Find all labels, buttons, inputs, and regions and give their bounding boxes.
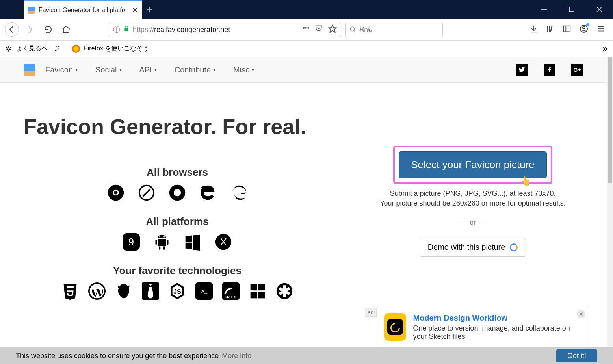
section-platforms-heading: All platforms <box>24 215 331 228</box>
ad-card[interactable]: Modern Design Workflow One place to vers… <box>377 306 589 348</box>
rails-icon: RAILS <box>222 282 240 300</box>
hint-text: Your picture should be 260x260 or more f… <box>362 199 583 208</box>
nav-api[interactable]: API▾ <box>139 65 157 74</box>
svg-line-6 <box>354 30 356 32</box>
svg-point-31 <box>159 236 160 238</box>
nav-favicon[interactable]: Favicon▾ <box>45 65 78 74</box>
new-tab-button[interactable]: ＋ <box>142 0 158 19</box>
html5-icon <box>61 282 79 300</box>
microsoft-icon <box>249 282 266 300</box>
account-icon[interactable] <box>579 24 589 35</box>
nav-social[interactable]: Social▾ <box>95 65 121 74</box>
svg-point-5 <box>350 27 355 31</box>
maximize-button[interactable] <box>558 0 585 19</box>
bookmark-item[interactable]: Firefox を使いこなそう <box>84 45 149 53</box>
svg-rect-8 <box>547 26 548 32</box>
library-icon[interactable] <box>546 24 555 35</box>
facebook-icon[interactable] <box>544 64 555 76</box>
svg-rect-27 <box>156 240 157 245</box>
pocket-icon[interactable] <box>315 24 323 35</box>
ad-body: One place to version, manage, and collab… <box>413 324 582 341</box>
chrome-icon <box>107 184 124 201</box>
close-tab-icon[interactable]: ✕ <box>132 6 138 15</box>
svg-point-14 <box>583 26 585 29</box>
minimize-button[interactable] <box>530 0 558 19</box>
select-favicon-button[interactable]: Select your Favicon picture <box>399 151 547 178</box>
svg-marker-4 <box>329 25 336 32</box>
svg-point-20 <box>114 191 117 194</box>
browser-toolbar: ⓘ https://realfavicongenerator.net ••• <box>0 19 613 41</box>
firefox-icon <box>169 184 186 201</box>
bookmark-star-icon[interactable] <box>328 24 337 35</box>
svg-text:9: 9 <box>128 236 134 247</box>
search-input[interactable] <box>360 26 438 33</box>
scrollbar[interactable]: ▾ <box>607 57 613 364</box>
svg-text:RAILS: RAILS <box>225 295 236 299</box>
gulp-icon <box>142 282 159 300</box>
svg-rect-11 <box>564 26 570 32</box>
chevron-down-icon: ▾ <box>154 67 157 72</box>
ad-close-icon[interactable]: ✕ <box>577 310 585 318</box>
menu-icon[interactable] <box>596 24 605 35</box>
address-bar[interactable]: ⓘ https://realfavicongenerator.net ••• <box>109 22 341 37</box>
forward-button[interactable] <box>23 22 37 37</box>
svg-rect-29 <box>159 246 161 250</box>
android-icon <box>153 233 171 251</box>
grunt-icon <box>115 282 132 300</box>
url-text: https://realfavicongenerator.net <box>133 26 230 34</box>
edge-icon <box>230 184 247 201</box>
favicon-icon <box>28 7 35 14</box>
reload-button[interactable] <box>41 22 55 37</box>
scrollbar-thumb[interactable] <box>608 57 612 183</box>
nav-misc[interactable]: Misc▾ <box>233 65 254 74</box>
home-button[interactable] <box>59 22 73 37</box>
windows-icon <box>184 233 201 251</box>
gear-icon[interactable]: ✲ <box>6 44 12 54</box>
site-info-icon[interactable]: ⓘ <box>113 25 120 34</box>
demo-button[interactable]: Demo with this picture <box>420 238 526 257</box>
hint-text: Submit a picture (PNG, JPG, SVG...), at … <box>362 189 583 198</box>
refresh-icon <box>510 243 518 251</box>
lock-icon <box>123 26 130 33</box>
nav-contribute[interactable]: Contribute▾ <box>175 65 215 74</box>
svg-text:JS: JS <box>173 288 181 295</box>
cursor-icon: 👆 <box>520 176 531 186</box>
cookie-accept-button[interactable]: Got it! <box>556 349 597 362</box>
site-logo-icon[interactable] <box>24 64 35 76</box>
bookmark-item[interactable]: よく見るページ <box>16 45 60 53</box>
page-actions-icon[interactable]: ••• <box>303 24 309 35</box>
wordpress-icon <box>88 282 106 300</box>
googleplus-icon[interactable]: G+ <box>571 64 583 76</box>
ios-icon: 9 <box>123 233 140 251</box>
svg-rect-9 <box>549 26 550 32</box>
nodejs-icon: JS <box>169 282 186 300</box>
overflow-icon[interactable]: » <box>603 44 607 54</box>
back-button[interactable] <box>5 22 19 37</box>
cookie-message: This website uses cookies to ensure you … <box>16 352 219 360</box>
svg-rect-40 <box>258 284 265 291</box>
chevron-down-icon: ▾ <box>252 67 254 72</box>
downloads-icon[interactable] <box>529 24 538 35</box>
cookie-banner: This website uses cookies to ensure you … <box>0 347 613 364</box>
cookie-more-link[interactable]: More info <box>222 352 251 360</box>
svg-point-32 <box>163 236 165 238</box>
separator-or: or <box>422 219 524 227</box>
sidebar-icon[interactable] <box>563 24 571 35</box>
bookmark-toolbar: ✲ よく見るページ Firefox を使いこなそう » <box>0 41 613 57</box>
search-bar[interactable] <box>345 22 443 37</box>
safari-icon <box>138 184 155 201</box>
svg-rect-26 <box>158 239 166 246</box>
highlighted-region: Select your Favicon picture 👆 <box>393 146 552 184</box>
macos-icon: X <box>215 233 232 251</box>
page-title: Favicon Generator. For real. <box>24 114 331 139</box>
svg-rect-30 <box>163 246 165 250</box>
cli-icon: >_ <box>195 282 213 300</box>
svg-rect-10 <box>550 26 552 32</box>
ad-label: ad <box>365 308 377 317</box>
chevron-down-icon: ▾ <box>75 67 78 72</box>
ad-logo-icon <box>384 313 406 341</box>
browser-tab-active[interactable]: Favicon Generator for all platfo ✕ <box>24 0 142 19</box>
twitter-icon[interactable] <box>516 64 528 76</box>
close-window-button[interactable] <box>585 0 613 19</box>
svg-rect-42 <box>258 292 265 299</box>
